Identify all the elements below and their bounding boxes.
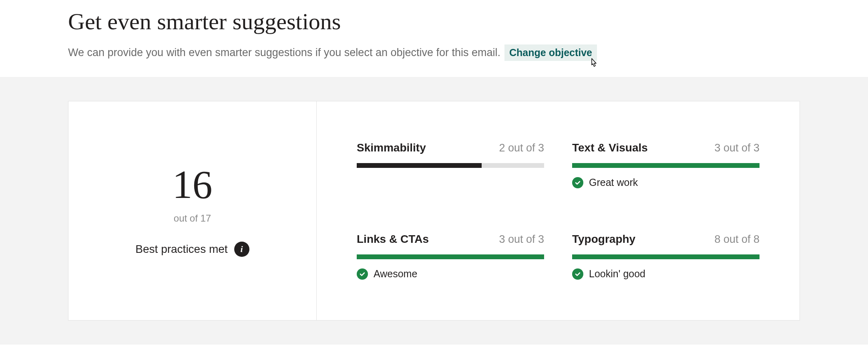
subtitle-text: We can provide you with even smarter sug…: [68, 46, 500, 59]
metric-typography: Typography8 out of 8Lookin' good: [572, 233, 760, 288]
status-text: Great work: [589, 177, 638, 188]
progress-fill: [572, 163, 760, 168]
metric-name: Text & Visuals: [572, 141, 648, 154]
metric-name: Typography: [572, 233, 635, 246]
progress-fill: [572, 254, 760, 259]
page-title: Get even smarter suggestions: [68, 8, 800, 35]
subtitle-row: We can provide you with even smarter sug…: [68, 44, 800, 61]
change-objective-label: Change objective: [509, 47, 592, 58]
check-icon: [357, 268, 368, 280]
metric-status: Awesome: [357, 268, 544, 280]
progress-fill: [357, 254, 544, 259]
metric-name: Links & CTAs: [357, 233, 429, 246]
check-icon: [572, 268, 583, 280]
metric-score: 2 out of 3: [499, 142, 544, 154]
metric-skimmability: Skimmability2 out of 3: [357, 141, 544, 197]
metric-text-visuals: Text & Visuals3 out of 3Great work: [572, 141, 760, 197]
status-text: Lookin' good: [589, 268, 645, 280]
metrics-panel: Skimmability2 out of 3Text & Visuals3 ou…: [317, 101, 800, 320]
metric-links-ctas: Links & CTAs3 out of 3Awesome: [357, 233, 544, 288]
metric-status: Great work: [572, 177, 760, 188]
change-objective-link[interactable]: Change objective: [504, 44, 597, 61]
progress-bar: [357, 254, 544, 259]
metric-score: 3 out of 3: [499, 233, 544, 246]
best-practices-label: Best practices met: [135, 243, 227, 256]
progress-bar: [572, 163, 760, 168]
metrics-card: 16 out of 17 Best practices met i Skimma…: [68, 101, 800, 321]
progress-bar: [572, 254, 760, 259]
check-icon: [572, 177, 583, 188]
metric-header: Skimmability2 out of 3: [357, 141, 544, 154]
summary-panel: 16 out of 17 Best practices met i: [68, 101, 317, 320]
metric-header: Text & Visuals3 out of 3: [572, 141, 760, 154]
status-text: Awesome: [374, 268, 417, 280]
summary-out-of: out of 17: [174, 213, 211, 224]
summary-score: 16: [173, 165, 213, 205]
metric-status: Lookin' good: [572, 268, 760, 280]
metrics-section: 16 out of 17 Best practices met i Skimma…: [0, 77, 868, 345]
metric-header: Links & CTAs3 out of 3: [357, 233, 544, 246]
progress-fill: [357, 163, 482, 168]
metric-name: Skimmability: [357, 141, 426, 154]
metric-score: 3 out of 3: [714, 142, 760, 154]
metric-score: 8 out of 8: [714, 233, 760, 246]
best-practices-row: Best practices met i: [135, 242, 249, 257]
cursor-pointer-icon: [588, 58, 599, 72]
info-icon[interactable]: i: [234, 242, 249, 257]
metric-header: Typography8 out of 8: [572, 233, 760, 246]
progress-bar: [357, 163, 544, 168]
